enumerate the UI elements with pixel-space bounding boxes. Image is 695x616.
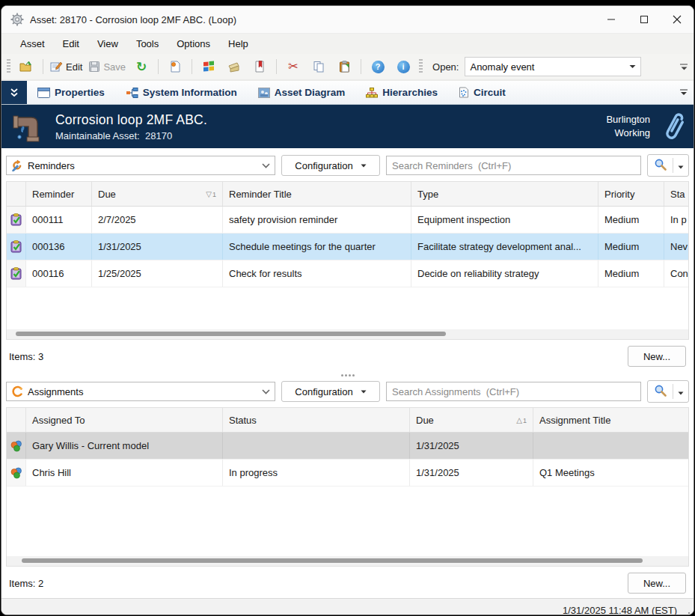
cut-button[interactable]: ✂ (281, 57, 305, 76)
reminders-grid: Reminder Due ▽1 Reminder Title Type Prio… (6, 181, 689, 287)
info-button[interactable]: i (391, 57, 415, 76)
assignments-horizontal-scrollbar[interactable] (6, 556, 689, 567)
paperclip-icon[interactable] (659, 109, 686, 144)
tabstrip-overflow-button[interactable] (680, 81, 694, 104)
minimize-button[interactable] (595, 6, 628, 33)
column-header-due[interactable]: Due △1 (410, 408, 533, 432)
column-header-assigned-to[interactable]: Assigned To (26, 408, 223, 432)
tab-properties[interactable]: Properties (27, 81, 115, 104)
reminders-configuration-button[interactable]: Configuration (281, 155, 380, 176)
assignments-search-input[interactable] (386, 382, 641, 401)
reminder-clipboard-icon (10, 267, 22, 280)
cell-assigned-to: Gary Willis - Current model (26, 433, 223, 459)
reminders-horizontal-scrollbar[interactable] (6, 329, 689, 340)
windows-link-button[interactable] (197, 57, 221, 76)
maximize-button[interactable] (628, 6, 661, 33)
column-header-priority[interactable]: Priority (598, 182, 664, 206)
edit-button[interactable]: Edit (48, 57, 85, 76)
menu-tools[interactable]: Tools (128, 35, 167, 52)
scrollbar-thumb[interactable] (22, 558, 643, 563)
new-document-button[interactable] (163, 57, 187, 76)
save-button[interactable]: Save (86, 57, 128, 76)
reminders-section-selector[interactable]: Reminders (6, 156, 275, 175)
tab-system-information[interactable]: System Information (115, 81, 248, 104)
tab-hierarchies[interactable]: Hierarchies (355, 81, 448, 104)
copy-button[interactable] (307, 57, 331, 76)
asset-id: 28170 (145, 130, 172, 141)
assignments-section-selector[interactable]: Assignments (6, 382, 275, 401)
panel-splitter[interactable] (1, 371, 694, 379)
close-button[interactable] (661, 6, 694, 33)
column-header-due[interactable]: Due ▽1 (92, 182, 223, 206)
scrollbar-thumb[interactable] (16, 332, 446, 336)
cell-assignment-title (533, 433, 688, 459)
windows-logo-icon (203, 61, 215, 73)
paste-button[interactable] (332, 57, 356, 76)
reminders-search-input[interactable] (386, 156, 641, 175)
stamp-icon (228, 61, 241, 73)
resize-grip[interactable] (683, 611, 691, 615)
state-label: Working (606, 126, 650, 140)
save-button-label: Save (103, 61, 126, 73)
cell-status (223, 433, 410, 459)
tab-circuit[interactable]: Circuit (448, 81, 516, 104)
assignment-people-icon (10, 467, 22, 479)
reminders-toolbar: Reminders Configuration (1, 148, 694, 181)
status-bar: 1/31/2025 11:48 AM (EST) (1, 598, 694, 615)
chevron-down-icon (629, 64, 636, 69)
column-header-status[interactable]: Sta (664, 182, 688, 206)
column-header-reminder-title[interactable]: Reminder Title (223, 182, 411, 206)
column-header-type[interactable]: Type (411, 182, 598, 206)
assignments-configuration-button[interactable]: Configuration (281, 381, 380, 402)
column-header-assignment-title[interactable]: Assignment Title (533, 408, 688, 432)
search-options-dropdown[interactable] (673, 385, 688, 398)
collapse-tabs-button[interactable] (1, 81, 27, 104)
reminder-clipboard-icon (10, 240, 22, 253)
toolbar-separator (276, 59, 277, 74)
menu-view[interactable]: View (89, 35, 126, 52)
chevron-down-icon (262, 163, 270, 168)
reference-documents-button[interactable] (248, 57, 272, 76)
menu-options[interactable]: Options (168, 35, 218, 52)
tab-label: Circuit (474, 87, 506, 98)
menu-asset[interactable]: Asset (12, 35, 53, 52)
menu-edit[interactable]: Edit (55, 35, 88, 52)
open-event-combobox[interactable]: Anomaly event (465, 57, 641, 76)
refresh-button[interactable]: ↻ (129, 57, 153, 76)
reminders-footer: Items: 3 New... (1, 340, 694, 371)
reminder-row[interactable]: 000111 2/7/2025 safety provision reminde… (7, 207, 688, 234)
cell-title: Check for results (223, 260, 411, 287)
title-bar: Asset: 28170 - Corrosion loop 2MF ABC. (… (1, 6, 694, 34)
help-button[interactable]: ? (366, 57, 390, 76)
assignments-search-button[interactable] (647, 380, 689, 403)
cell-priority: Medium (598, 260, 664, 287)
menu-help[interactable]: Help (220, 35, 257, 52)
reminder-row[interactable]: 000116 1/25/2025 Check for results Decid… (7, 260, 688, 287)
toolbar: Edit Save ↻ (1, 54, 694, 81)
site-name: Burlington (606, 113, 650, 126)
asset-title: Corrosion loop 2MF ABC. (55, 112, 606, 128)
scissors-icon: ✂ (288, 61, 298, 73)
send-button[interactable] (222, 57, 246, 76)
assignment-row-selected[interactable]: Gary Willis - Current model 1/31/2025 (7, 433, 688, 460)
reminder-row-selected[interactable]: 000136 1/31/2025 Schedule meetings for t… (7, 234, 688, 260)
help-icon: ? (372, 61, 385, 73)
column-header-reminder[interactable]: Reminder (26, 182, 92, 206)
assignments-icon (11, 385, 23, 397)
reminders-grid-empty-area (6, 287, 689, 329)
cell-title: Schedule meetings for the quarter (223, 234, 411, 260)
assignments-new-button[interactable]: New... (628, 573, 686, 594)
reminders-items-count: Items: 3 (9, 351, 43, 362)
reminders-search-button[interactable] (647, 154, 689, 177)
assignment-row[interactable]: Chris Hill In progress 1/31/2025 Q1 Meet… (7, 460, 688, 487)
search-options-dropdown[interactable] (673, 159, 688, 172)
toolbar-overflow-button[interactable] (677, 64, 691, 70)
tab-label: Asset Diagram (275, 87, 346, 98)
new-document-icon (170, 61, 181, 73)
open-record-button[interactable] (14, 57, 38, 76)
column-header-status[interactable]: Status (223, 408, 410, 432)
row-icon-cell (7, 207, 26, 233)
cell-priority: Medium (598, 207, 664, 233)
reminders-new-button[interactable]: New... (628, 346, 686, 367)
tab-asset-diagram[interactable]: Asset Diagram (248, 81, 356, 104)
